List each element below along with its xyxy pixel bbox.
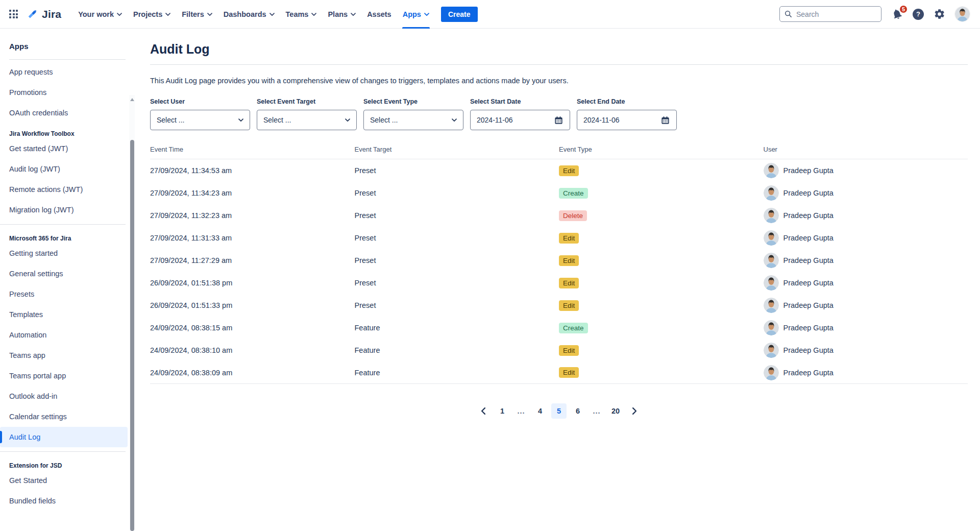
event-type-badge: Create bbox=[559, 188, 588, 199]
notifications-button[interactable]: 5 bbox=[891, 8, 903, 20]
sidebar-item-label: Getting started bbox=[9, 249, 58, 257]
sidebar-item-getting-started[interactable]: Getting started bbox=[0, 243, 135, 263]
nav-item-label: Plans bbox=[328, 10, 348, 18]
row-avatar-photo bbox=[764, 275, 779, 291]
help-button[interactable]: ? bbox=[913, 9, 924, 20]
event-time-cell: 26/09/2024, 01:51:38 pm bbox=[150, 279, 355, 287]
row-avatar bbox=[764, 185, 779, 201]
nav-item-teams[interactable]: Teams bbox=[280, 0, 323, 29]
sidebar-item-outlook-add-in[interactable]: Outlook add-in bbox=[0, 386, 135, 406]
nav-item-projects[interactable]: Projects bbox=[128, 0, 176, 29]
user-name: Pradeep Gupta bbox=[783, 256, 834, 264]
nav-item-your-work[interactable]: Your work bbox=[72, 0, 128, 29]
app-switcher-icon[interactable] bbox=[9, 10, 18, 18]
nav-item-apps[interactable]: Apps bbox=[397, 0, 435, 29]
row-avatar bbox=[764, 320, 779, 335]
sidebar-item-get-started-jwt[interactable]: Get started (JWT) bbox=[0, 138, 135, 159]
nav-item-dashboards[interactable]: Dashboards bbox=[218, 0, 280, 29]
page-button-4[interactable]: 4 bbox=[532, 403, 548, 419]
user-avatar[interactable] bbox=[955, 7, 970, 21]
sidebar-item-bundled-fields[interactable]: Bundled fields bbox=[0, 491, 135, 511]
sidebar-item-calendar-settings[interactable]: Calendar settings bbox=[0, 406, 135, 427]
filter-label: Select Event Type bbox=[363, 98, 463, 105]
select-user-dropdown[interactable]: Select ... bbox=[150, 110, 250, 130]
sidebar-item-audit-log[interactable]: Audit Log bbox=[0, 427, 128, 447]
event-type-badge: Edit bbox=[559, 345, 579, 356]
page-button-5[interactable]: 5 bbox=[551, 403, 567, 419]
sidebar-item-label: Migration log (JWT) bbox=[9, 206, 74, 214]
user-name: Pradeep Gupta bbox=[783, 369, 834, 377]
date-input[interactable] bbox=[477, 116, 550, 124]
pagination-ellipsis: ... bbox=[513, 403, 529, 419]
row-avatar-photo bbox=[764, 230, 779, 246]
sidebar-scrollbar[interactable] bbox=[129, 95, 135, 531]
nav-item-plans[interactable]: Plans bbox=[322, 0, 361, 29]
date-input[interactable] bbox=[583, 116, 656, 124]
sidebar-item-label: Presets bbox=[9, 290, 34, 298]
sidebar-item-get-started[interactable]: Get Started bbox=[0, 470, 135, 491]
filters-row: Select User Select ... Select Event Targ… bbox=[150, 98, 968, 130]
user-cell: Pradeep Gupta bbox=[764, 275, 968, 291]
sidebar-item-migration-log-jwt[interactable]: Migration log (JWT) bbox=[0, 200, 135, 220]
sidebar-item-promotions[interactable]: Promotions bbox=[0, 82, 135, 103]
sidebar-item-general-settings[interactable]: General settings bbox=[0, 263, 135, 284]
pagination: 1...456...20 bbox=[150, 403, 968, 419]
row-avatar-photo bbox=[764, 365, 779, 380]
event-type-cell: Create bbox=[559, 323, 764, 333]
create-button[interactable]: Create bbox=[441, 7, 478, 22]
sidebar-item-label: App requests bbox=[9, 68, 53, 76]
previous-page-button[interactable] bbox=[476, 403, 491, 419]
scrollbar-up-arrow-icon[interactable] bbox=[130, 98, 134, 101]
sidebar-item-teams-app[interactable]: Teams app bbox=[0, 345, 135, 366]
user-cell: Pradeep Gupta bbox=[764, 163, 968, 178]
row-avatar bbox=[764, 230, 779, 246]
sidebar-item-automation[interactable]: Automation bbox=[0, 325, 135, 345]
sidebar-item-label: Get Started bbox=[9, 476, 47, 485]
table-row: 24/09/2024, 08:38:10 am Feature Edit Pra… bbox=[150, 339, 968, 361]
nav-item-assets[interactable]: Assets bbox=[361, 0, 397, 29]
page-button-20[interactable]: 20 bbox=[608, 403, 623, 419]
select-event-type-dropdown[interactable]: Select ... bbox=[363, 110, 463, 130]
sidebar-item-presets[interactable]: Presets bbox=[0, 284, 135, 304]
nav-item-label: Dashboards bbox=[224, 10, 266, 18]
next-page-button[interactable] bbox=[627, 403, 642, 419]
row-avatar-photo bbox=[764, 208, 779, 223]
sidebar-item-templates[interactable]: Templates bbox=[0, 304, 135, 325]
table-body: 27/09/2024, 11:34:53 am Preset Edit Prad… bbox=[150, 159, 968, 384]
brand-name: Jira bbox=[42, 8, 61, 20]
notification-count-badge: 5 bbox=[899, 5, 908, 14]
user-name: Pradeep Gupta bbox=[783, 324, 834, 332]
chevron-down-icon bbox=[311, 13, 316, 16]
sidebar-item-app-requests[interactable]: App requests bbox=[0, 62, 135, 82]
event-type-cell: Edit bbox=[559, 278, 764, 288]
chevron-down-icon bbox=[165, 13, 170, 16]
event-type-cell: Delete bbox=[559, 210, 764, 221]
user-cell: Pradeep Gupta bbox=[764, 230, 968, 246]
filter-label: Select Event Target bbox=[257, 98, 357, 105]
event-time-cell: 27/09/2024, 11:27:29 am bbox=[150, 256, 355, 264]
page-button-1[interactable]: 1 bbox=[495, 403, 510, 419]
chevron-down-icon bbox=[117, 13, 122, 16]
nav-item-filters[interactable]: Filters bbox=[176, 0, 218, 29]
sidebar-item-audit-log-jwt[interactable]: Audit log (JWT) bbox=[0, 159, 135, 179]
page-button-6[interactable]: 6 bbox=[570, 403, 585, 419]
sidebar-item-remote-actions-jwt[interactable]: Remote actions (JWT) bbox=[0, 179, 135, 200]
scrollbar-thumb[interactable] bbox=[130, 140, 134, 531]
sidebar-section-header-microsoft-365-for-jira: Microsoft 365 for Jira bbox=[0, 228, 135, 243]
sidebar-item-oauth-credentials[interactable]: OAuth credentials bbox=[0, 103, 135, 123]
event-time-cell: 24/09/2024, 08:38:15 am bbox=[150, 324, 355, 332]
chevron-down-icon bbox=[351, 13, 356, 16]
jira-logo[interactable]: Jira bbox=[26, 8, 61, 20]
settings-button[interactable] bbox=[934, 8, 945, 20]
select-event-target-dropdown[interactable]: Select ... bbox=[257, 110, 357, 130]
search-input[interactable] bbox=[779, 6, 881, 22]
row-avatar bbox=[764, 298, 779, 313]
sidebar-divider bbox=[0, 451, 126, 452]
dropdown-value: Select ... bbox=[370, 116, 448, 124]
sidebar-item-teams-portal-app[interactable]: Teams portal app bbox=[0, 366, 135, 386]
table-row: 27/09/2024, 11:27:29 am Preset Edit Prad… bbox=[150, 249, 968, 272]
event-target-cell: Feature bbox=[355, 369, 559, 377]
sidebar-item-label: Bundled fields bbox=[9, 497, 56, 505]
user-cell: Pradeep Gupta bbox=[764, 185, 968, 201]
event-target-cell: Preset bbox=[355, 166, 559, 175]
